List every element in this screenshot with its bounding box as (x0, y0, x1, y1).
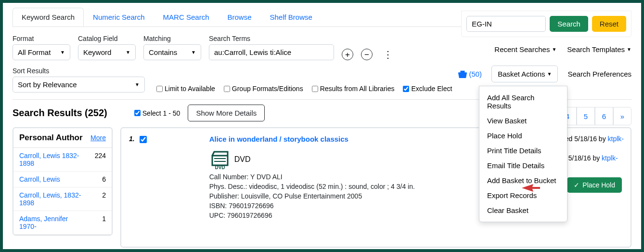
reset-button[interactable]: Reset (592, 16, 626, 32)
result-title-link[interactable]: Alice in wonderland / storybook classics (209, 135, 415, 143)
search-templates-link[interactable]: Search Templates▼ (567, 45, 631, 53)
tab-browse[interactable]: Browse (218, 8, 260, 27)
basket-count[interactable]: (50) (457, 70, 482, 79)
select-range-checkbox[interactable]: Select 1 - 50 (134, 109, 180, 117)
minus-icon: − (364, 51, 369, 59)
svg-text:DVD: DVD (215, 165, 225, 169)
search-terms-input[interactable] (209, 44, 334, 60)
chevron-down-icon: ▼ (135, 82, 140, 87)
chevron-down-icon: ▼ (126, 50, 130, 55)
caret-down-icon: ▼ (627, 47, 631, 52)
isbn: ISBN: 796019726696 (209, 202, 415, 210)
phys-desc: Phys. Desc.: videodisc, 1 videodisc (52 … (209, 183, 415, 190)
tab-numeric-search[interactable]: Numeric Search (84, 8, 154, 27)
library-search-input[interactable] (466, 16, 546, 32)
basket-icon (457, 70, 468, 79)
facet-personal-author: Personal Author More Carroll, Lewis 1832… (13, 127, 113, 236)
result-format-label: DVD (234, 155, 251, 164)
limit-available-checkbox[interactable]: Limit to Available (156, 85, 215, 93)
facet-more-link[interactable]: More (90, 134, 106, 142)
group-formats-checkbox[interactable]: Group Formats/Editions (224, 85, 303, 93)
search-preferences-link[interactable]: Search Preferences (567, 70, 631, 78)
catalog-field-select[interactable]: Keyword▼ (78, 44, 136, 60)
tab-marc-search[interactable]: MARC Search (154, 8, 219, 27)
upc: UPC: 796019726696 (209, 212, 415, 219)
facet-item[interactable]: Carroll, Lewis6 (13, 172, 112, 187)
matching-select[interactable]: Contains▼ (143, 44, 201, 60)
exclude-electronic-checkbox[interactable]: Exclude Elect (403, 85, 452, 93)
all-libraries-checkbox[interactable]: Results from All Libraries (312, 85, 395, 93)
call-number: Call Number: Y DVD ALI (209, 173, 415, 181)
format-label: Format (13, 35, 70, 42)
more-options-button[interactable]: ⋮ (380, 49, 396, 60)
matching-label: Matching (143, 35, 201, 42)
plus-icon: + (345, 51, 350, 59)
basket-actions-button[interactable]: Basket Actions▼ (491, 66, 558, 82)
caret-down-icon: ▼ (547, 71, 552, 77)
page-next-button[interactable]: » (613, 107, 631, 125)
tab-keyword-search[interactable]: Keyword Search (13, 8, 84, 27)
kebab-icon: ⋮ (383, 49, 393, 60)
catalog-field-label: Catalog Field (78, 35, 136, 42)
annotation-arrow-icon (521, 181, 540, 195)
menu-add-all-search-results[interactable]: Add All Search Results (479, 90, 567, 113)
creator-link[interactable]: ktplk- (608, 135, 624, 143)
editor-link[interactable]: ktplk- (602, 154, 618, 162)
menu-print-title-details[interactable]: Print Title Details (479, 143, 567, 158)
page-6-button[interactable]: 6 (595, 107, 613, 125)
facet-item[interactable]: Carroll, Lewis, 1832-18982 (13, 187, 112, 211)
page-5-button[interactable]: 5 (577, 107, 595, 125)
chevron-down-icon: ▼ (60, 50, 65, 55)
menu-email-title-details[interactable]: Email Title Details (479, 158, 567, 173)
place-hold-button[interactable]: ✓ Place Hold (567, 177, 622, 193)
basket-actions-menu: Add All Search Results View Basket Place… (479, 86, 567, 222)
remove-row-button[interactable]: − (361, 49, 373, 60)
dvd-format-icon: DVD DVD (210, 150, 415, 169)
facet-item[interactable]: Carroll, Lewis 1832-1898224 (13, 148, 112, 172)
results-title: Search Results (252) (13, 107, 107, 119)
search-terms-label: Search Terms (209, 35, 334, 42)
format-select[interactable]: All Format▼ (13, 44, 70, 60)
menu-view-basket[interactable]: View Basket (479, 113, 567, 128)
search-button[interactable]: Search (550, 16, 588, 32)
result-number: 1. (129, 135, 135, 240)
filter-checkboxes: Limit to Available Group Formats/Edition… (156, 85, 452, 93)
facet-title: Personal Author (19, 133, 83, 143)
publisher: Publisher: Louisville, CO Pulse Entertai… (209, 192, 415, 200)
menu-clear-basket[interactable]: Clear Basket (479, 203, 567, 218)
chevron-down-icon: ▼ (191, 50, 196, 55)
caret-down-icon: ▼ (552, 47, 556, 52)
add-row-button[interactable]: + (342, 49, 353, 60)
basket-row: (50) Basket Actions▼ Search Preferences (457, 66, 631, 82)
menu-place-hold[interactable]: Place Hold (479, 128, 567, 143)
check-icon: ✓ (574, 181, 580, 189)
result-select-checkbox[interactable] (140, 136, 147, 143)
top-search-bar: Search Reset (461, 11, 631, 37)
search-links-row: Recent Searches▼ Search Templates▼ (494, 45, 631, 53)
sort-label: Sort Results (13, 67, 145, 75)
tab-shelf-browse[interactable]: Shelf Browse (261, 8, 322, 27)
sort-select[interactable]: Sort by Relevance▼ (13, 77, 145, 93)
facet-item[interactable]: Adams, Jennifer 1970-1 (13, 211, 112, 235)
svg-rect-0 (459, 72, 466, 74)
show-more-details-button[interactable]: Show More Details (188, 105, 265, 121)
recent-searches-link[interactable]: Recent Searches▼ (494, 45, 556, 53)
